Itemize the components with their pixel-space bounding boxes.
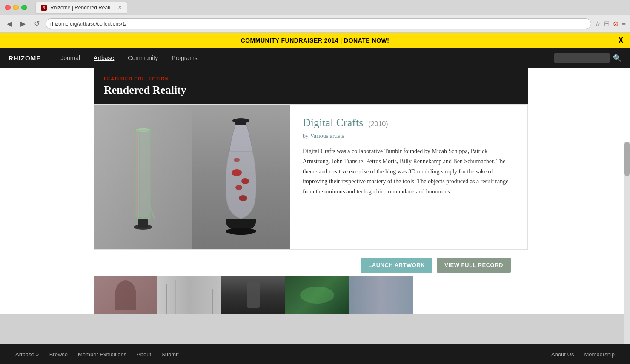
search-input[interactable] [554, 53, 610, 63]
nav-artbase[interactable]: Artbase [87, 54, 121, 61]
artwork-section: Digital Crafts (2010) by Various artists… [94, 104, 528, 250]
svg-rect-5 [139, 131, 140, 219]
svg-point-13 [235, 185, 242, 190]
tab-close-button[interactable]: ✕ [118, 5, 122, 10]
action-buttons: LAUNCH ARTWORK VIEW FULL RECORD [94, 253, 528, 276]
back-button[interactable]: ◀ [4, 18, 14, 29]
center-content: FEATURED COLLECTION Rendered Reality [94, 68, 528, 314]
nav-search: 🔍 [554, 53, 621, 63]
browser-chrome: R Rhizome | Rendered Reali... ✕ ◀ ▶ ↺ rh… [0, 0, 630, 33]
page: COMMUNITY FUNDRAISER 2014 | DONATE NOW! … [0, 33, 630, 314]
artwork-info: Digital Crafts (2010) by Various artists… [290, 105, 527, 249]
thumbnail-strip [94, 276, 528, 314]
site-logo[interactable]: RHIZOME [9, 54, 41, 62]
view-full-record-button[interactable]: VIEW FULL RECORD [437, 258, 511, 273]
svg-rect-10 [235, 119, 246, 125]
tab-title: Rhizome | Rendered Reali... [50, 5, 115, 11]
svg-point-11 [232, 169, 242, 176]
footer: Artbase » Browse Member Exhibitions Abou… [0, 344, 630, 364]
window-controls [5, 5, 27, 10]
scrollbar-track[interactable] [624, 142, 630, 364]
svg-point-14 [239, 195, 247, 201]
footer-about-us-link[interactable]: About Us [546, 351, 579, 358]
scrollbar-thumb[interactable] [624, 142, 630, 176]
nav-journal[interactable]: Journal [54, 54, 87, 61]
browser-titlebar: R Rhizome | Rendered Reali... ✕ [0, 0, 630, 15]
artwork-title-row: Digital Crafts (2010) [303, 117, 515, 129]
footer-right-links: About Us Membership [546, 351, 620, 358]
url-text: rhizome.org/artbase/collections/1/ [50, 21, 126, 27]
footer-member-exhibitions-link[interactable]: Member Exhibitions [73, 351, 132, 358]
by-label: by [303, 133, 309, 139]
artwork-year: (2010) [368, 120, 388, 128]
footer-submit-link[interactable]: Submit [156, 351, 183, 358]
footer-artbase-link[interactable]: Artbase » [10, 351, 44, 358]
glass-tube-svg [126, 117, 160, 236]
browser-toolbar: ◀ ▶ ↺ rhizome.org/artbase/collections/1/… [0, 15, 630, 32]
footer-about-link[interactable]: About [132, 351, 156, 358]
thumbnail-4[interactable] [285, 276, 349, 314]
fundraiser-banner: COMMUNITY FUNDRAISER 2014 | DONATE NOW! … [0, 33, 630, 48]
nav-community[interactable]: Community [121, 54, 165, 61]
featured-title: Rendered Reality [104, 84, 518, 97]
thumbnail-5[interactable] [349, 276, 413, 314]
bookmark-icon[interactable]: ☆ [595, 20, 601, 28]
menu-icon[interactable]: ≡ [622, 20, 626, 28]
search-icon[interactable]: 🔍 [613, 54, 621, 62]
close-window-button[interactable] [5, 5, 11, 10]
svg-rect-3 [136, 131, 138, 219]
nav-programs[interactable]: Programs [165, 54, 204, 61]
launch-artwork-button[interactable]: LAUNCH ARTWORK [361, 258, 432, 273]
footer-membership-link[interactable]: Membership [579, 351, 620, 358]
refresh-button[interactable]: ↺ [32, 18, 42, 29]
thumbnail-3[interactable] [221, 276, 285, 314]
stop-icon[interactable]: ⊘ [613, 20, 619, 28]
right-sidebar [528, 68, 630, 314]
artwork-artist: Various artists [310, 133, 344, 139]
footer-left-links: Artbase » Browse Member Exhibitions Abou… [10, 351, 184, 358]
svg-point-12 [241, 178, 249, 184]
svg-point-16 [226, 228, 256, 235]
toolbar-icons: ☆ ⊞ ⊘ ≡ [595, 20, 626, 28]
maximize-window-button[interactable] [21, 5, 27, 10]
svg-rect-7 [138, 219, 148, 228]
artwork-by-line: by Various artists [303, 133, 515, 139]
artwork-right-panel [192, 105, 290, 249]
minimize-window-button[interactable] [13, 5, 19, 10]
main-nav: RHIZOME Journal Artbase Community Progra… [0, 48, 630, 68]
artwork-left-panel [94, 105, 192, 249]
svg-point-15 [234, 158, 240, 162]
artwork-title: Digital Crafts [303, 117, 363, 129]
layers-icon[interactable]: ⊞ [604, 20, 610, 28]
tab-favicon: R [41, 5, 47, 11]
forward-button[interactable]: ▶ [18, 18, 28, 29]
address-bar[interactable]: rhizome.org/artbase/collections/1/ [46, 18, 591, 29]
nav-links: Journal Artbase Community Programs [54, 54, 204, 61]
browser-tab[interactable]: R Rhizome | Rendered Reali... ✕ [35, 2, 127, 14]
thumbnail-2[interactable] [158, 276, 221, 314]
featured-header: FEATURED COLLECTION Rendered Reality [94, 68, 528, 104]
lava-lamp-svg [218, 113, 264, 241]
svg-rect-4 [138, 131, 139, 219]
featured-label: FEATURED COLLECTION [104, 76, 518, 81]
artwork-image [94, 105, 290, 249]
footer-browse-link[interactable]: Browse [44, 351, 73, 358]
fundraiser-text: COMMUNITY FUNDRAISER 2014 | DONATE NOW! [241, 37, 389, 44]
artwork-description: Digital Crafts was a collaborative Tumbl… [303, 146, 515, 197]
thumbnail-1[interactable] [94, 276, 158, 314]
left-sidebar [0, 68, 94, 314]
banner-close-button[interactable]: X [619, 37, 623, 44]
